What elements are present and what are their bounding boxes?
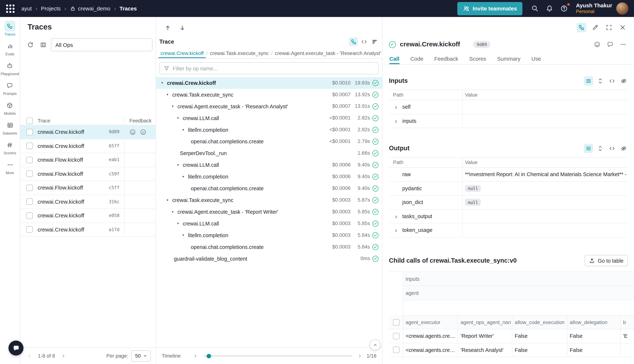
row-checkbox[interactable] bbox=[393, 333, 399, 339]
tab-scores[interactable]: Scores bbox=[469, 53, 486, 64]
tree-row[interactable]: ▾ crewai.Agent.execute_task - 'Research … bbox=[156, 100, 382, 112]
expand-rows-button[interactable] bbox=[596, 76, 605, 86]
child-call-row[interactable]: <crewai.agents.cre… 'Research Analyst' F… bbox=[389, 343, 634, 357]
row-checkbox[interactable] bbox=[26, 157, 33, 163]
chevron-down-icon[interactable]: ▾ bbox=[172, 100, 174, 112]
select-all-checkbox[interactable] bbox=[393, 319, 399, 325]
chevron-right-icon[interactable]: › bbox=[391, 227, 402, 233]
tree-row[interactable]: ▾ crewai.Crew.kickoff $0.0010 19.83s bbox=[156, 77, 382, 89]
trace-row[interactable]: crewai.Crew.kickoff 657f bbox=[20, 139, 156, 153]
column-header[interactable]: agent_ops_agent_nan bbox=[458, 316, 512, 329]
timeline-slider-handle[interactable] bbox=[207, 354, 211, 358]
trace-row[interactable]: crewai.Crew.kickoff e058 bbox=[20, 209, 156, 223]
go-to-table-button[interactable]: Go to table bbox=[585, 255, 628, 266]
tree-row[interactable]: ▾ crewai.LLM.call $0.0003 5.85s bbox=[156, 218, 382, 230]
list-view-button[interactable] bbox=[584, 76, 593, 86]
chevron-down-icon[interactable]: ▾ bbox=[182, 124, 184, 136]
add-reaction-smiley-icon[interactable] bbox=[593, 40, 601, 49]
sidebar-item-datasets[interactable]: Datasets bbox=[3, 120, 17, 135]
tree-row[interactable]: SerperDevTool._run 1.66s bbox=[156, 147, 382, 159]
tree-row[interactable]: ▾ crewai.Agent.execute_task - 'Report Wr… bbox=[156, 206, 382, 218]
sidebar-item-playground[interactable]: Playground bbox=[1, 60, 19, 76]
code-view-button[interactable] bbox=[607, 76, 617, 86]
tree-row[interactable]: ▾ crewai.Task.execute_sync $0.0007 13.92… bbox=[156, 89, 382, 100]
tab-feedback[interactable]: Feedback bbox=[434, 53, 458, 64]
tree-row[interactable]: ▾ litellm.completion <$0.0001 2.82s bbox=[156, 124, 382, 136]
add-comment-icon[interactable] bbox=[606, 40, 614, 49]
column-header[interactable]: allow_delegation bbox=[567, 316, 620, 329]
next-page-button[interactable]: › bbox=[60, 352, 67, 360]
timeline-slider[interactable] bbox=[203, 355, 352, 357]
chevron-down-icon[interactable]: ▾ bbox=[161, 77, 163, 89]
column-header[interactable]: agent_executor bbox=[403, 316, 458, 329]
tree-row[interactable]: openai.chat.completions.create $0.0003 5… bbox=[156, 241, 382, 253]
tree-row[interactable]: openai.chat.completions.create $0.0006 9… bbox=[156, 182, 382, 194]
thumbs-down-frowny-icon[interactable] bbox=[140, 129, 146, 135]
per-page-select[interactable]: 50 bbox=[132, 350, 151, 362]
support-chat-button[interactable] bbox=[9, 340, 24, 356]
row-checkbox[interactable] bbox=[26, 184, 33, 191]
tab-code[interactable]: Code bbox=[410, 53, 423, 64]
row-checkbox[interactable] bbox=[26, 198, 33, 205]
hide-values-button[interactable] bbox=[619, 144, 628, 153]
chevron-down-icon[interactable]: ▾ bbox=[182, 171, 184, 182]
column-header[interactable]: allow_code_execution bbox=[512, 316, 567, 329]
chevron-down-icon[interactable]: ▾ bbox=[182, 230, 184, 241]
tab-call[interactable]: Call bbox=[390, 53, 400, 64]
column-header[interactable]: b bbox=[620, 316, 634, 329]
breadcrumb-projects[interactable]: Projects bbox=[41, 6, 61, 12]
chevron-right-icon[interactable]: › bbox=[391, 213, 402, 219]
refresh-button[interactable] bbox=[25, 40, 36, 50]
input-row[interactable]: ›self bbox=[389, 100, 628, 114]
output-row[interactable]: raw **Investment Report: AI in Chemical … bbox=[389, 168, 628, 182]
tree-row[interactable]: guardrail-validate_blog_content 0ms bbox=[156, 253, 382, 265]
chevron-down-icon[interactable]: ▾ bbox=[167, 194, 168, 206]
sidebar-item-traces[interactable]: Traces bbox=[5, 20, 16, 36]
op-filter-select[interactable]: All Ops bbox=[51, 38, 152, 51]
breadcrumb-entity[interactable]: ayut bbox=[22, 6, 32, 12]
timeline-prev-button[interactable]: ‹ bbox=[192, 352, 199, 360]
overflow-menu-icon[interactable] bbox=[618, 40, 627, 49]
trace-row[interactable]: crewai.Flow.kickoff c5ff bbox=[20, 181, 156, 195]
row-checkbox[interactable] bbox=[393, 347, 399, 353]
trace-row[interactable]: crewai.Flow.kickoff c59f bbox=[20, 167, 156, 181]
trace-row[interactable]: crewai.Crew.kickoff a17d bbox=[20, 223, 156, 237]
tree-row[interactable]: ▾ litellm.completion $0.0006 9.40s bbox=[156, 171, 382, 182]
edit-pencil-button[interactable] bbox=[590, 22, 600, 32]
chevron-down-icon[interactable]: ▾ bbox=[167, 89, 168, 100]
previous-trace-arrow-up[interactable] bbox=[163, 24, 172, 32]
help-icon[interactable] bbox=[559, 3, 569, 14]
chevron-down-icon[interactable]: ▾ bbox=[177, 159, 179, 171]
wandb-logo[interactable] bbox=[6, 4, 15, 13]
breadcrumb-project[interactable]: crewai_demo bbox=[70, 6, 110, 12]
code-view-button[interactable] bbox=[607, 144, 617, 153]
row-checkbox[interactable] bbox=[26, 129, 33, 135]
tab-summary[interactable]: Summary bbox=[497, 53, 520, 64]
breadcrumb-traces[interactable]: Traces bbox=[120, 6, 137, 12]
timeline-next-button[interactable]: › bbox=[356, 352, 364, 360]
tree-view-button[interactable] bbox=[577, 22, 586, 32]
tree-row[interactable]: ▾ litellm.completion $0.0003 5.84s bbox=[156, 230, 382, 241]
prev-page-button[interactable]: ‹ bbox=[26, 352, 33, 360]
chevron-right-icon[interactable]: › bbox=[391, 104, 402, 110]
path-tab[interactable]: crewai.Crew.kickoff bbox=[159, 48, 206, 58]
path-tab[interactable]: crewai.Task.execute_sync bbox=[208, 48, 270, 58]
trace-row[interactable]: crewai.Flow.kickoff eab1 bbox=[20, 153, 156, 167]
collapse-tree-button[interactable] bbox=[370, 339, 381, 350]
avatar[interactable] bbox=[616, 2, 628, 14]
chevron-right-icon[interactable]: › bbox=[391, 118, 402, 124]
output-row[interactable]: ›token_usage bbox=[389, 224, 628, 237]
op-name-filter-input[interactable] bbox=[173, 65, 374, 71]
expand-rows-button[interactable] bbox=[596, 144, 605, 153]
call-id-badge[interactable]: 9d89 bbox=[473, 41, 490, 48]
fullscreen-button[interactable] bbox=[604, 22, 614, 32]
path-tab[interactable]: crewai.Agent.execute_task - 'Research An… bbox=[273, 48, 382, 58]
tree-row[interactable]: ▾ crewai.LLM.call <$0.0001 2.82s bbox=[156, 112, 382, 124]
close-button[interactable] bbox=[618, 22, 627, 32]
invite-teammates-button[interactable]: Invite teammates bbox=[457, 2, 523, 15]
sidebar-item-more[interactable]: More bbox=[5, 159, 16, 175]
sidebar-item-scorers[interactable]: Scorers bbox=[4, 139, 16, 155]
sidebar-item-prompts[interactable]: Prompts bbox=[3, 80, 17, 96]
search-icon[interactable] bbox=[530, 3, 540, 14]
chevron-down-icon[interactable]: ▾ bbox=[177, 112, 179, 124]
